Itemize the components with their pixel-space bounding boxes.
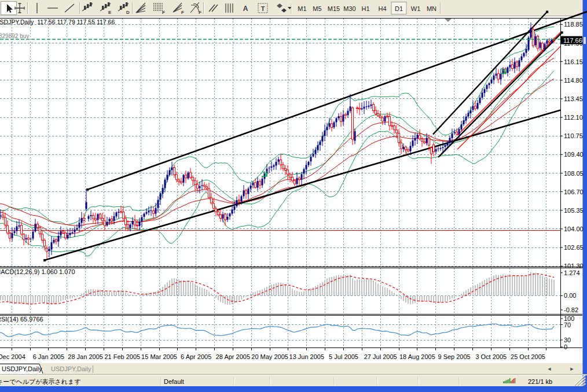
svg-text:F: F <box>181 10 184 15</box>
svg-text:113.45: 113.45 <box>564 95 583 102</box>
svg-text:116.15: 116.15 <box>564 58 583 65</box>
svg-text:28 Apr 2005: 28 Apr 2005 <box>216 353 250 360</box>
svg-text:0: 0 <box>564 343 567 350</box>
svg-text:106.70: 106.70 <box>564 188 584 195</box>
svg-text:キーでヘルプが表示されます: キーでヘルプが表示されます <box>0 378 81 385</box>
svg-text:Dec 2004: Dec 2004 <box>0 353 25 360</box>
svg-text:0.00: 0.00 <box>564 292 576 299</box>
svg-text:5 Jul 2005: 5 Jul 2005 <box>329 353 358 360</box>
svg-text:A: A <box>243 5 248 13</box>
svg-text:105.35: 105.35 <box>564 207 584 214</box>
svg-text:6 Apr 2005: 6 Apr 2005 <box>181 353 211 360</box>
svg-text:108.05: 108.05 <box>564 170 584 177</box>
svg-text:30: 30 <box>564 336 571 343</box>
svg-text:◄: ◄ <box>547 366 552 372</box>
svg-text:102.65: 102.65 <box>564 244 584 251</box>
svg-text:H4: H4 <box>378 5 386 12</box>
svg-text:T: T <box>261 5 265 12</box>
svg-text:Default: Default <box>164 378 184 385</box>
svg-text:USDJPY,Daily: USDJPY,Daily <box>51 365 91 372</box>
svg-text:M5: M5 <box>313 5 321 12</box>
svg-text:117.66: 117.66 <box>563 37 582 44</box>
svg-text:-0.82: -0.82 <box>564 306 578 313</box>
svg-text:F: F <box>199 10 201 15</box>
svg-text:MN: MN <box>427 5 436 12</box>
svg-text:USDJPY,Daily: USDJPY,Daily <box>2 365 42 372</box>
svg-text:221/1 kb: 221/1 kb <box>528 378 552 385</box>
svg-text:28 Jan 2005: 28 Jan 2005 <box>68 353 103 360</box>
svg-text:70: 70 <box>564 321 571 328</box>
svg-text:101.30: 101.30 <box>564 262 584 269</box>
svg-text:F: F <box>162 10 165 15</box>
svg-text:109.40: 109.40 <box>564 151 584 158</box>
svg-text:M15: M15 <box>328 5 340 12</box>
svg-text:112.10: 112.10 <box>564 114 583 121</box>
svg-text:25 Oct 2005: 25 Oct 2005 <box>511 353 545 360</box>
svg-text:RSI(14) 65.9766: RSI(14) 65.9766 <box>0 316 43 323</box>
svg-text:118.85: 118.85 <box>564 21 583 28</box>
svg-text:D1: D1 <box>395 5 403 12</box>
svg-text:D: D <box>126 10 130 15</box>
svg-text:E: E <box>108 10 112 15</box>
svg-text:104.00: 104.00 <box>564 225 584 232</box>
svg-text:9 Sep 2005: 9 Sep 2005 <box>438 353 470 360</box>
svg-text:6 Jan 2005: 6 Jan 2005 <box>33 353 64 360</box>
svg-text:M30: M30 <box>343 5 355 12</box>
svg-text:20 May 2005: 20 May 2005 <box>251 353 288 360</box>
svg-text:18 Aug 2005: 18 Aug 2005 <box>399 353 435 360</box>
svg-text:USDJPY,Daily 117.56 117.79 11: USDJPY,Daily 117.56 117.79 117.55 117.66 <box>0 19 115 25</box>
svg-text:MACD(12,26,9) 1.060 1.070: MACD(12,26,9) 1.060 1.070 <box>0 268 75 275</box>
svg-text:►: ► <box>570 366 575 372</box>
svg-text:829892 buy: 829892 buy <box>0 33 29 39</box>
svg-text:H1: H1 <box>361 5 369 12</box>
svg-text:21 Feb 2005: 21 Feb 2005 <box>104 353 140 360</box>
svg-text:13 Jun 2005: 13 Jun 2005 <box>289 353 325 360</box>
svg-text:27 Jul 2005: 27 Jul 2005 <box>364 353 397 360</box>
svg-text:110.75: 110.75 <box>564 132 583 139</box>
svg-text:1.274: 1.274 <box>564 269 580 276</box>
svg-text:3 Oct 2005: 3 Oct 2005 <box>475 353 507 360</box>
svg-text:15 Mar 2005: 15 Mar 2005 <box>141 353 177 360</box>
svg-text:W1: W1 <box>411 5 421 12</box>
svg-text:114.80: 114.80 <box>564 77 583 84</box>
svg-text:M1: M1 <box>298 5 306 12</box>
